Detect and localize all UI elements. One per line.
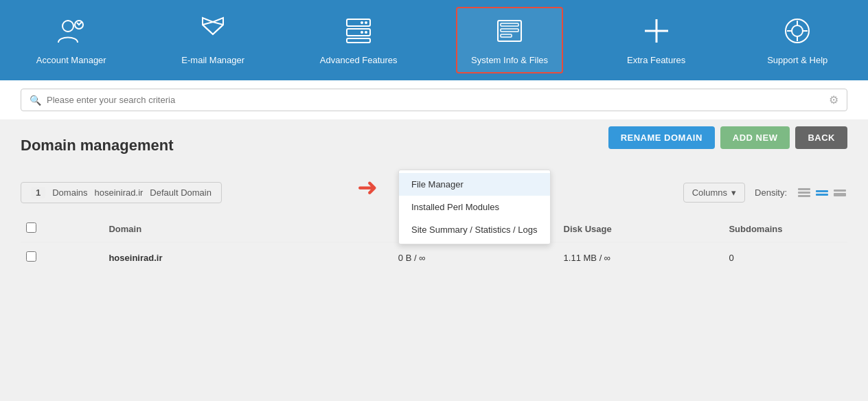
nav-system-info-files[interactable]: System Info & Files: [456, 7, 563, 73]
email-manager-icon: [197, 15, 229, 51]
system-info-dropdown: File Manager Installed Perl Modules Site…: [398, 170, 551, 244]
svg-point-6: [361, 21, 363, 24]
search-bar-row: 🔍 ⚙: [0, 80, 868, 120]
columns-chevron-icon: ▾: [731, 187, 736, 198]
search-icon: 🔍: [30, 95, 41, 106]
nav-support-help-label: Support & Help: [767, 55, 827, 65]
domain-type-filter: Default Domain: [150, 187, 212, 198]
dropdown-menu-wrapper: File Manager Installed Perl Modules Site…: [398, 170, 551, 244]
density-icons: [797, 185, 847, 200]
dropdown-file-manager[interactable]: File Manager: [399, 173, 550, 196]
density-medium-icon[interactable]: [814, 185, 830, 200]
domain-value: hoseinirad.ir: [108, 253, 162, 263]
select-all-checkbox[interactable]: [26, 222, 36, 233]
nav-support-help[interactable]: Support & Help: [749, 8, 845, 72]
rename-domain-button[interactable]: RENAME DOMAIN: [608, 126, 715, 149]
columns-dropdown[interactable]: Columns ▾: [683, 183, 745, 203]
subdomains-value: 0: [723, 242, 847, 273]
support-help-icon: [781, 15, 813, 51]
nav-email-manager[interactable]: E-mail Manager: [165, 8, 261, 72]
disk-usage-value: 1.11 MB / ∞: [558, 242, 724, 273]
density-compact-icon[interactable]: [797, 185, 812, 200]
nav-email-manager-label: E-mail Manager: [181, 55, 244, 65]
table-row: hoseinirad.ir 0 B / ∞ 1.11 MB / ∞ 0: [21, 242, 847, 273]
svg-point-8: [361, 31, 363, 34]
svg-point-7: [365, 31, 367, 34]
filter-right: Columns ▾ Density:: [683, 183, 847, 203]
dropdown-arrow: ➜: [357, 175, 378, 200]
nav-advanced-features-label: Advanced Features: [320, 55, 398, 65]
nav-advanced-features[interactable]: Advanced Features: [306, 8, 411, 72]
filter-left: 1 Domains hoseinirad.ir Default Domain: [21, 182, 222, 203]
svg-rect-12: [501, 34, 512, 37]
svg-point-0: [62, 21, 73, 32]
dropdown-site-summary[interactable]: Site Summary / Statistics / Logs: [399, 218, 550, 241]
svg-point-16: [792, 25, 803, 36]
system-info-files-icon: [494, 15, 525, 51]
svg-rect-10: [501, 23, 518, 26]
svg-rect-4: [347, 38, 370, 43]
advanced-features-icon: [343, 15, 374, 51]
extra-features-icon: [641, 15, 672, 51]
domain-name-filter: hoseinirad.ir: [95, 187, 144, 198]
nav-account-manager-label: Account Manager: [36, 55, 106, 65]
top-navigation: Account Manager E-mail Manager Advanced: [0, 0, 868, 80]
col-header-domain: Domain: [103, 216, 392, 242]
add-new-button[interactable]: ADD NEW: [720, 126, 790, 149]
search-input[interactable]: [47, 95, 829, 105]
columns-label: Columns: [692, 187, 727, 198]
col-header-disk-usage: Disk Usage: [558, 216, 724, 242]
svg-rect-11: [501, 29, 518, 32]
domain-count: 1: [31, 187, 45, 198]
nav-system-info-files-label: System Info & Files: [471, 55, 548, 65]
density-label: Density:: [755, 187, 787, 198]
back-button[interactable]: BACK: [795, 126, 847, 149]
nav-extra-features[interactable]: Extra Features: [608, 8, 705, 72]
bandwidth-value: 0 B / ∞: [393, 242, 558, 273]
svg-point-5: [365, 21, 367, 24]
action-buttons: RENAME DOMAIN ADD NEW BACK: [608, 126, 847, 149]
dropdown-installed-perl[interactable]: Installed Perl Modules: [399, 196, 550, 218]
nav-account-manager[interactable]: Account Manager: [23, 8, 120, 72]
col-header-subdomains: Subdomains: [723, 216, 847, 242]
density-loose-icon[interactable]: [832, 185, 847, 200]
search-bar: 🔍 ⚙: [21, 89, 847, 111]
nav-extra-features-label: Extra Features: [627, 55, 685, 65]
account-manager-icon: [56, 15, 87, 51]
domains-label: Domains: [52, 187, 87, 198]
row-checkbox[interactable]: [26, 251, 36, 262]
gear-icon[interactable]: ⚙: [829, 93, 838, 106]
page-title: Domain management: [21, 137, 174, 154]
